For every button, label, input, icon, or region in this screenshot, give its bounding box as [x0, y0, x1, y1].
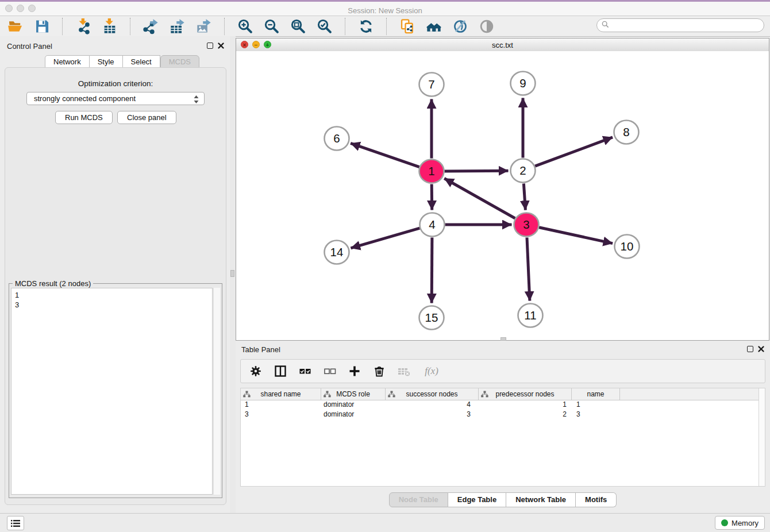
graph-node-1[interactable]: 1 [419, 160, 444, 183]
zoom-selected-icon[interactable] [316, 18, 333, 35]
table-cell[interactable]: 2 [479, 410, 572, 420]
save-icon[interactable] [33, 18, 51, 35]
column-header-MCDS-role[interactable]: MCDS role [321, 388, 386, 400]
table-cell[interactable]: 1 [572, 400, 620, 410]
export-network-icon[interactable] [143, 18, 160, 35]
graph-node-6[interactable]: 6 [325, 127, 349, 151]
memory-button[interactable]: Memory [715, 516, 765, 530]
bottom-splitter-grip[interactable] [500, 337, 506, 341]
zoom-in-icon[interactable] [237, 18, 254, 35]
import-network-icon[interactable] [75, 18, 92, 35]
svg-text:2: 2 [519, 164, 526, 177]
svg-text:8: 8 [623, 125, 629, 138]
table-toolbar: f(x) [240, 359, 765, 383]
tab-motifs[interactable]: Motifs [576, 492, 617, 507]
columns-icon[interactable] [272, 363, 288, 379]
svg-text:3: 3 [523, 218, 529, 231]
table-cell[interactable]: 4 [386, 400, 479, 410]
table-cell[interactable]: 3 [572, 410, 620, 420]
table-scrollbar[interactable] [759, 388, 765, 486]
graph-edge-3-1[interactable] [444, 179, 515, 219]
delete-column-icon[interactable] [396, 363, 412, 379]
graph-edge-4-15[interactable] [432, 238, 432, 303]
column-header-successor-nodes[interactable]: successor nodes [386, 388, 479, 400]
graph-node-7[interactable]: 7 [419, 73, 444, 97]
memory-status-icon [721, 519, 728, 526]
graph-edge-2-8[interactable] [535, 137, 613, 166]
run-mcds-button[interactable]: Run MCDS [55, 111, 113, 124]
mcds-result-list[interactable]: 1 3 [11, 288, 213, 495]
export-table-icon[interactable] [169, 18, 186, 35]
gear-icon[interactable] [248, 363, 264, 379]
tab-node-table[interactable]: Node Table [389, 492, 448, 507]
toolbar-separator [386, 18, 387, 35]
table-panel-close-icon[interactable] [757, 345, 765, 353]
zoom-fit-icon[interactable] [290, 18, 307, 35]
mcds-result-scrollbar[interactable] [213, 288, 220, 495]
graph-node-9[interactable]: 9 [511, 72, 536, 95]
graph-node-2[interactable]: 2 [511, 159, 536, 183]
vertical-splitter[interactable] [230, 36, 236, 513]
graph-node-3[interactable]: 3 [514, 213, 539, 237]
mcds-panel-body: Optimization criterion: strongly connect… [5, 67, 226, 505]
search-input[interactable] [612, 21, 759, 30]
column-header-predecessor-nodes[interactable]: predecessor nodes [479, 388, 572, 400]
export-image-icon[interactable] [195, 18, 213, 35]
task-history-button[interactable] [7, 516, 24, 530]
svg-text:9: 9 [519, 76, 526, 90]
zoom-out-icon[interactable] [263, 18, 280, 35]
graph-node-8[interactable]: 8 [614, 121, 639, 144]
clone-network-icon[interactable] [399, 18, 416, 35]
graph-node-10[interactable]: 10 [615, 235, 640, 259]
graph-node-15[interactable]: 15 [419, 306, 444, 330]
graph-node-4[interactable]: 4 [420, 213, 445, 237]
svg-text:11: 11 [524, 309, 536, 322]
graph-edge-4-14[interactable] [351, 228, 420, 248]
optimization-criterion-label: Optimization criterion: [5, 79, 226, 88]
table-cell[interactable]: 1 [241, 400, 321, 410]
homes-icon[interactable] [425, 18, 442, 35]
tab-network-table[interactable]: Network Table [506, 492, 576, 507]
graph-edge-3-11[interactable] [527, 238, 530, 301]
add-icon[interactable] [346, 363, 363, 379]
graph-node-14[interactable]: 14 [325, 241, 349, 264]
column-header-shared-name[interactable]: shared name [241, 388, 321, 400]
tab-edge-table[interactable]: Edge Table [448, 492, 506, 507]
eye-slash-icon[interactable] [452, 18, 469, 35]
table-cell[interactable]: 1 [479, 400, 572, 410]
control-panel-float-icon[interactable] [207, 43, 213, 49]
refresh-icon[interactable] [357, 18, 375, 35]
table-cell[interactable]: dominator [321, 410, 386, 420]
eye-icon[interactable] [478, 18, 495, 35]
list-icon [10, 519, 21, 528]
import-table-icon[interactable] [101, 18, 118, 35]
graph-edge-1-6[interactable] [351, 143, 419, 167]
table-cell[interactable]: 3 [241, 410, 321, 420]
open-icon[interactable] [7, 18, 24, 35]
graph-edge-3-10[interactable] [539, 228, 613, 244]
search-box[interactable] [596, 18, 764, 32]
graph-node-11[interactable]: 11 [518, 304, 543, 327]
network-canvas[interactable]: 7968124314101511 [236, 51, 769, 340]
deselect-all-icon[interactable] [322, 363, 338, 379]
node-table: shared nameMCDS rolesuccessor nodesprede… [240, 388, 765, 487]
network-window-titlebar[interactable]: × − + scc.txt [236, 38, 769, 52]
graph-edge-1-2[interactable] [445, 171, 509, 171]
close-panel-button[interactable]: Close panel [117, 111, 176, 124]
graph-edge-2-3[interactable] [523, 184, 525, 210]
table-cell[interactable]: dominator [321, 400, 386, 410]
column-header-name[interactable]: name [572, 388, 620, 400]
optimization-criterion-dropdown[interactable]: strongly connected component [26, 92, 205, 105]
trash-icon[interactable] [371, 363, 387, 379]
control-panel: Control Panel NetworkStyleSelectMCDS Opt… [0, 36, 230, 513]
fx-icon[interactable]: f(x) [421, 363, 442, 379]
network-graph[interactable]: 7968124314101511 [236, 51, 769, 340]
graph-edge-1-4[interactable] [432, 184, 432, 210]
dropdown-value: strongly connected component [34, 94, 136, 103]
table-cell[interactable]: 3 [386, 410, 479, 420]
main-toolbar-icons [0, 18, 495, 35]
select-all-icon[interactable] [297, 363, 313, 379]
splitter-grip[interactable] [230, 270, 234, 277]
table-panel-float-icon[interactable] [747, 346, 753, 352]
control-panel-close-icon[interactable] [217, 42, 225, 49]
